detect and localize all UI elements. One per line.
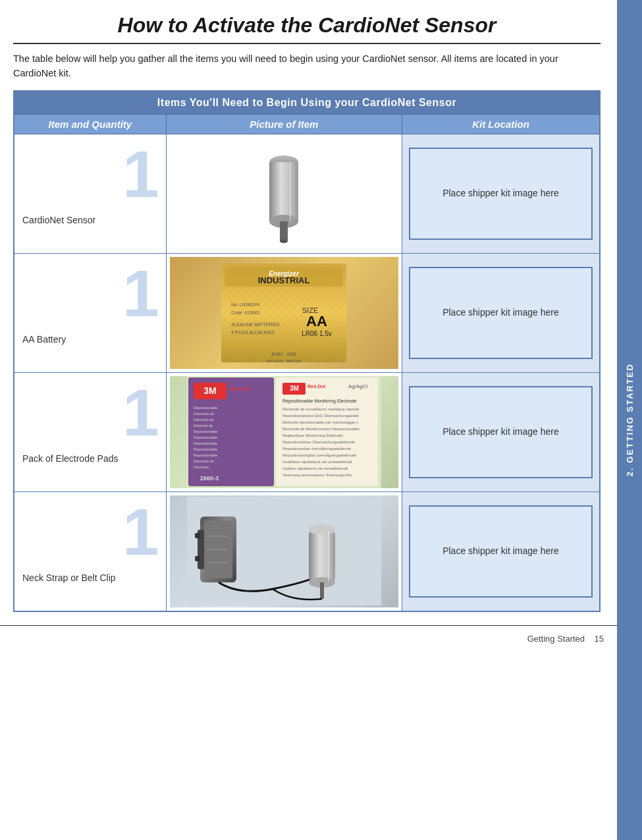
item-qty-cell-2: 1 AA Battery [14,253,166,372]
item-qty-cell-1: 1 CardioNet Sensor [14,134,166,253]
table-row: 1 Neck Strap or Belt Clip [14,491,600,611]
table-row: 1 CardioNet Sensor [14,134,600,253]
svg-text:Electrode de: Electrode de [194,459,214,463]
svg-text:Repositionable: Repositionable [194,447,217,451]
svg-rect-65 [309,530,335,582]
item-name-4: Neck Strap or Belt Clip [22,520,158,583]
picture-cell-3: 3M Red Dot Repositionable Electrode de E… [166,372,402,491]
svg-rect-68 [320,582,324,599]
neck-strap-svg [187,497,381,605]
electrode-illustration: 3M Red Dot Repositionable Electrode de E… [170,376,398,488]
item-name-3: Pack of Electrode Pads [22,401,158,464]
svg-text:Uudelleen sijoitettavà val von: Uudelleen sijoitettavà val vontaelektrod… [282,460,352,464]
item-name-1: CardioNet Sensor [22,162,158,225]
svg-text:4 PILES ALCALINES: 4 PILES ALCALINES [231,330,275,335]
electrode-svg: 3M Red Dot Repositionable Electrode de E… [187,376,381,488]
footer-section: Getting Started [527,634,585,644]
svg-text:Repositioneringbar overvågning: Repositioneringbar overvågningselektrode [282,453,357,457]
table-row: 1 AA Battery [14,253,600,372]
table-header-row: Items You'll Need to Begin Using your Ca… [14,91,600,115]
svg-text:Electrode de Monitorización Re: Electrode de Monitorización Reposicionab… [282,427,360,431]
picture-cell-2: Energizer INDUSTRIAL SIZE AA LR06 1.5v N… [166,253,402,372]
page-footer: Getting Started 15 [0,625,617,649]
svg-text:Electrode de: Electrode de [194,412,214,416]
svg-rect-60 [195,533,200,538]
kit-location-cell-4: Place shipper kit image here [402,491,600,611]
kit-location-cell-1: Place shipper kit image here [402,134,600,253]
item-qty-cell-4: 1 Neck Strap or Belt Clip [14,491,166,611]
svg-text:No: LR06DP4: No: LR06DP4 [231,302,259,307]
picture-cell-4 [166,491,402,611]
svg-text:Electrode de surveillance card: Electrode de surveillance cardiaque repo… [282,407,359,411]
svg-text:Электрод мониторинга Электрода: Электрод мониторинга Электрода Мо [282,473,352,477]
col-location-header: Kit Location [402,114,600,134]
footer-text: Getting Started 15 [527,634,604,644]
svg-text:Ag/AgCl: Ag/AgCl [348,383,368,389]
svg-text:Repositionable: Repositionable [194,430,217,434]
battery-svg: Energizer INDUSTRIAL SIZE AA LR06 1.5v N… [218,260,350,366]
svg-text:LR06 1.5v: LR06 1.5v [302,330,333,337]
kit-placeholder-1: Place shipper kit image here [409,148,593,240]
svg-point-4 [280,239,288,243]
svg-text:Elettrodo tip: Elettrodo tip [194,424,213,428]
svg-text:Electrode tip: Electrode tip [194,418,214,422]
table-row: 1 Pack of Electrode Pads [14,372,600,491]
kit-location-cell-3: Place shipper kit image here [402,372,600,491]
svg-rect-3 [280,221,288,241]
intro-text: The table below will help you gather all… [13,52,601,81]
page-wrapper: 2. Getting Started How to Activate the C… [0,0,642,840]
svg-text:Electrode: Electrode [194,465,209,469]
kit-placeholder-3: Place shipper kit image here [409,386,593,478]
svg-text:Red Dot: Red Dot [308,384,326,389]
table-header-cell: Items You'll Need to Begin Using your Ca… [14,91,600,115]
sensor-image [170,138,398,250]
sensor-svg [251,139,317,248]
item-name-2: AA Battery [22,281,158,345]
kit-image-text-1: Place shipper kit image here [442,187,559,200]
svg-text:3M: 3M [290,385,299,392]
page-title: How to Activate the CardioNet Sensor [13,13,601,44]
sidebar-label: 2. Getting Started [625,363,635,476]
svg-text:Repositionierbar Überwachungse: Repositionierbar Überwachungselektrode [282,440,356,444]
kit-placeholder-2: Place shipper kit image here [409,267,593,359]
svg-text:Repositionable Monitoring Elec: Repositionable Monitoring Electrode [282,399,357,404]
main-content: How to Activate the CardioNet Sensor The… [0,0,617,625]
svg-text:MIGNON · MN1500: MIGNON · MN1500 [267,359,302,363]
svg-text:Repositionable: Repositionable [194,441,217,445]
battery-illustration: Energizer INDUSTRIAL SIZE AA LR06 1.5v N… [170,257,398,369]
svg-rect-61 [195,556,200,561]
svg-text:INDUSTRIAL: INDUSTRIAL [258,275,310,285]
kit-image-text-4: Place shipper kit image here [442,545,559,558]
neck-strap-illustration [170,495,398,607]
svg-text:AA: AA [306,313,327,329]
picture-cell-1 [166,134,402,253]
items-table: Items You'll Need to Begin Using your Ca… [13,90,601,612]
neck-strap-image [170,495,398,607]
kit-image-text-3: Place shipper kit image here [442,426,559,439]
svg-text:Red Dot: Red Dot [230,386,250,392]
kit-placeholder-4: Place shipper kit image here [409,505,593,598]
svg-text:3M: 3M [203,385,216,396]
svg-text:Uadeno sijoitettavà val vontae: Uadeno sijoitettavà val vontaelektrodi [282,466,348,470]
kit-image-text-2: Place shipper kit image here [442,306,559,320]
svg-text:Repositionierbare EKG Überwach: Repositionierbare EKG Überwachungselekt [282,414,359,418]
kit-location-cell-2: Place shipper kit image here [402,253,600,372]
svg-point-66 [309,524,335,535]
col-header-row: Item and Quantity Picture of Item Kit Lo… [14,114,600,134]
svg-text:Repositionable: Repositionable [194,453,217,457]
svg-text:Repositionerbar övervåkningsel: Repositionerbar övervåkningselektrode [282,447,352,451]
svg-text:ALKALINE BATTERIES: ALKALINE BATTERIES [231,322,280,327]
right-sidebar: 2. Getting Started [617,0,642,840]
svg-text:2660-3: 2660-3 [200,475,219,482]
footer-page-number: 15 [595,634,604,644]
col-picture-header: Picture of Item [166,114,402,134]
svg-text:Repositionable: Repositionable [194,435,217,439]
battery-image: Energizer INDUSTRIAL SIZE AA LR06 1.5v N… [170,257,398,369]
svg-text:Regleerbaar Monitorring Elektr: Regleerbaar Monitorring Elektrode [282,434,343,437]
electrode-image: 3M Red Dot Repositionable Electrode de E… [170,376,398,488]
svg-text:EN91 · AM3: EN91 · AM3 [272,352,296,356]
svg-text:Elettrodo riposizionabile per : Elettrodo riposizionabile per monitoragg… [282,420,358,424]
svg-text:Code: 623861: Code: 623861 [231,310,260,315]
svg-text:Repositionable: Repositionable [194,406,217,410]
item-qty-cell-3: 1 Pack of Electrode Pads [14,372,166,491]
